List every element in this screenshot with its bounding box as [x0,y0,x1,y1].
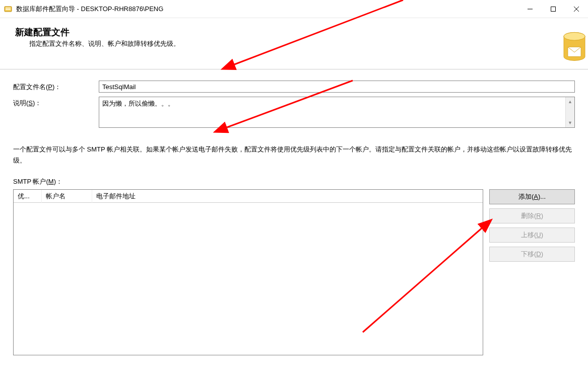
close-button[interactable] [565,0,588,18]
maximize-button[interactable] [542,0,565,18]
minimize-button[interactable] [518,0,542,18]
window-title: 数据库邮件配置向导 - DESKTOP-RHR8876\PENG [16,5,518,14]
description-input[interactable] [99,97,565,127]
add-button[interactable]: 添加(A)... [489,189,575,204]
description-row: 说明(S)： ▲ ▼ [13,97,575,128]
page-title: 新建配置文件 [15,26,573,38]
title-bar: 数据库邮件配置向导 - DESKTOP-RHR8876\PENG [0,0,588,18]
description-label: 说明(S)： [13,97,99,108]
scroll-down-icon[interactable]: ▼ [566,118,574,127]
database-mail-icon [561,30,588,65]
app-icon [4,5,12,13]
info-text: 一个配置文件可以与多个 SMTP 帐户相关联。如果某个帐户发送电子邮件失败，配置… [13,144,575,166]
textarea-scrollbar: ▲ ▼ [565,97,574,127]
column-priority[interactable]: 优... [14,190,42,203]
svg-rect-1 [6,8,11,9]
column-email[interactable]: 电子邮件地址 [92,190,483,203]
column-account-name[interactable]: 帐户名 [42,190,92,203]
smtp-accounts-label: SMTP 帐户(M)： [13,177,575,186]
description-textarea-wrap: ▲ ▼ [99,97,575,128]
form-area: 配置文件名(P)： 说明(S)： ▲ ▼ 一个配置文件可以与多个 SMTP 帐户… [0,69,588,360]
smtp-buttons: 添加(A)... 删除(R) 上移(U) 下移(D) [489,189,575,355]
table-header: 优... 帐户名 电子邮件地址 [14,190,483,203]
scroll-up-icon[interactable]: ▲ [566,97,574,106]
wizard-header: 新建配置文件 指定配置文件名称、说明、帐户和故障转移优先级。 [0,18,588,69]
smtp-area: 优... 帐户名 电子邮件地址 添加(A)... 删除(R) 上移(U) 下移(… [13,189,575,355]
remove-button: 删除(R) [489,208,575,223]
profile-name-row: 配置文件名(P)： [13,81,575,93]
move-up-button: 上移(U) [489,228,575,243]
move-down-button: 下移(D) [489,247,575,262]
svg-rect-2 [6,9,11,10]
profile-name-input[interactable] [99,81,575,93]
svg-point-8 [564,32,585,40]
smtp-accounts-table[interactable]: 优... 帐户名 电子邮件地址 [13,189,483,355]
page-subtitle: 指定配置文件名称、说明、帐户和故障转移优先级。 [29,39,573,48]
svg-rect-4 [551,7,556,11]
profile-name-label: 配置文件名(P)： [13,81,99,92]
window-controls [518,0,588,18]
